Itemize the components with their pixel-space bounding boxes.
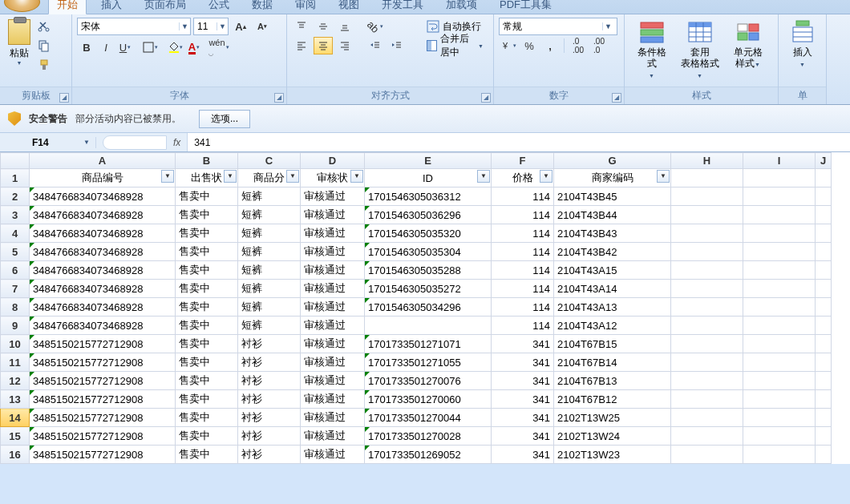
increase-indent-button[interactable] bbox=[387, 37, 407, 54]
chevron-down-icon[interactable]: ▼ bbox=[179, 22, 190, 30]
cell[interactable] bbox=[743, 224, 816, 243]
row-header-16[interactable]: 16 bbox=[1, 446, 30, 464]
cell[interactable] bbox=[671, 353, 743, 372]
filter-button[interactable]: ▼ bbox=[657, 170, 670, 183]
italic-button[interactable]: I bbox=[96, 38, 115, 56]
header-cell[interactable]: 审核状▼ bbox=[301, 169, 365, 187]
cell[interactable]: 衬衫 bbox=[238, 353, 301, 372]
cell[interactable]: 短裤 bbox=[238, 224, 301, 243]
cell[interactable] bbox=[743, 206, 816, 224]
cell[interactable]: 341 bbox=[492, 335, 554, 353]
cell[interactable] bbox=[816, 427, 832, 446]
spreadsheet-grid[interactable]: ABCDEFGHIJ1商品编号▼出售状▼商品分▼审核状▼ID▼价格▼商家编码▼2… bbox=[0, 152, 850, 464]
cell[interactable] bbox=[816, 261, 832, 280]
cell[interactable]: 审核通过 bbox=[301, 335, 365, 353]
cell[interactable]: 3484766834073468928 bbox=[30, 280, 176, 298]
tab-7[interactable]: 开发工具 bbox=[374, 0, 431, 14]
cell[interactable] bbox=[671, 261, 743, 280]
cell[interactable] bbox=[671, 409, 743, 427]
decrease-indent-button[interactable] bbox=[366, 37, 385, 54]
cell[interactable]: 售卖中 bbox=[176, 335, 238, 353]
cell[interactable]: 3485150215772712908 bbox=[30, 335, 176, 353]
cell[interactable]: 衬衫 bbox=[238, 409, 301, 427]
cell[interactable]: 售卖中 bbox=[176, 187, 238, 206]
shrink-font-button[interactable]: A▾ bbox=[253, 18, 272, 35]
cell[interactable] bbox=[743, 335, 816, 353]
cell[interactable]: 1701546305035304 bbox=[365, 243, 492, 261]
cell[interactable]: 审核通过 bbox=[301, 187, 365, 206]
header-cell[interactable]: 价格▼ bbox=[492, 169, 554, 187]
cell[interactable]: 售卖中 bbox=[176, 224, 238, 243]
cell[interactable]: 售卖中 bbox=[176, 390, 238, 409]
cell[interactable] bbox=[816, 280, 832, 298]
cell[interactable] bbox=[743, 390, 816, 409]
cell[interactable]: 3485150215772712908 bbox=[30, 372, 176, 390]
column-header-J[interactable]: J bbox=[816, 153, 832, 169]
percent-button[interactable]: % bbox=[520, 37, 539, 54]
column-header-C[interactable]: C bbox=[238, 153, 301, 169]
align-right-button[interactable] bbox=[335, 37, 354, 54]
cell[interactable]: 短裤 bbox=[238, 280, 301, 298]
row-header-4[interactable]: 4 bbox=[1, 224, 30, 243]
cell[interactable]: 售卖中 bbox=[176, 280, 238, 298]
cell[interactable]: 3484766834073468928 bbox=[30, 261, 176, 280]
cell[interactable] bbox=[816, 372, 832, 390]
cell[interactable]: 1701546305034296 bbox=[365, 298, 492, 317]
filter-button[interactable]: ▼ bbox=[477, 170, 490, 183]
row-header-11[interactable]: 11 bbox=[1, 353, 30, 372]
cell[interactable]: 2104T43B45 bbox=[554, 187, 671, 206]
copy-button[interactable] bbox=[35, 37, 53, 54]
cell[interactable]: 3485150215772712908 bbox=[30, 409, 176, 427]
cell[interactable]: 2104T43B44 bbox=[554, 206, 671, 224]
cell[interactable]: 短裤 bbox=[238, 243, 301, 261]
column-header-B[interactable]: B bbox=[176, 153, 238, 169]
cell[interactable]: 341 bbox=[492, 446, 554, 464]
phonetic-button[interactable]: wén◡ bbox=[209, 38, 229, 56]
cell[interactable] bbox=[816, 335, 832, 353]
row-header-2[interactable]: 2 bbox=[1, 187, 30, 206]
chevron-down-icon[interactable]: ▼ bbox=[602, 22, 613, 30]
cell[interactable] bbox=[816, 169, 832, 187]
cell[interactable]: 2104T67B15 bbox=[554, 335, 671, 353]
cell[interactable]: 114 bbox=[492, 206, 554, 224]
cell[interactable] bbox=[816, 298, 832, 317]
row-header-15[interactable]: 15 bbox=[1, 427, 30, 446]
bold-button[interactable]: B bbox=[77, 38, 96, 56]
cell[interactable]: 2104T43B42 bbox=[554, 243, 671, 261]
cell[interactable]: 3485150215772712908 bbox=[30, 353, 176, 372]
cell[interactable] bbox=[743, 409, 816, 427]
row-header-9[interactable]: 9 bbox=[1, 317, 30, 335]
cell[interactable]: 2102T13W25 bbox=[554, 409, 671, 427]
cell[interactable] bbox=[743, 261, 816, 280]
paste-button[interactable]: 粘贴 ▼ bbox=[5, 18, 34, 67]
cell[interactable]: 2104T67B14 bbox=[554, 353, 671, 372]
cell[interactable]: 3485150215772712908 bbox=[30, 446, 176, 464]
cell[interactable]: 114 bbox=[492, 243, 554, 261]
cell[interactable]: 114 bbox=[492, 298, 554, 317]
cell[interactable]: 2104T43A15 bbox=[554, 261, 671, 280]
cell[interactable]: 341 bbox=[492, 353, 554, 372]
cell[interactable] bbox=[816, 353, 832, 372]
select-all-corner[interactable] bbox=[1, 153, 30, 169]
chevron-down-icon[interactable]: ▼ bbox=[83, 139, 90, 146]
tab-2[interactable]: 页面布局 bbox=[136, 0, 194, 14]
name-box-input[interactable] bbox=[32, 137, 80, 148]
align-left-button[interactable] bbox=[292, 37, 311, 54]
header-cell[interactable]: ID▼ bbox=[365, 169, 492, 187]
header-cell[interactable]: 商品分▼ bbox=[238, 169, 301, 187]
cell[interactable]: 审核通过 bbox=[301, 261, 365, 280]
cell[interactable] bbox=[743, 187, 816, 206]
cell[interactable]: 114 bbox=[492, 224, 554, 243]
cell[interactable]: 3484766834073468928 bbox=[30, 224, 176, 243]
font-name-input[interactable] bbox=[78, 18, 179, 34]
cell[interactable]: 审核通过 bbox=[301, 298, 365, 317]
column-header-F[interactable]: F bbox=[492, 153, 554, 169]
comma-button[interactable]: , bbox=[540, 37, 560, 54]
filter-button[interactable]: ▼ bbox=[224, 170, 237, 183]
cell[interactable]: 1701733501270060 bbox=[365, 390, 492, 409]
cell[interactable] bbox=[671, 280, 743, 298]
tab-0[interactable]: 开始 bbox=[48, 0, 87, 14]
cell[interactable]: 短裤 bbox=[238, 298, 301, 317]
filter-button[interactable]: ▼ bbox=[350, 170, 363, 183]
cell[interactable]: 售卖中 bbox=[176, 353, 238, 372]
